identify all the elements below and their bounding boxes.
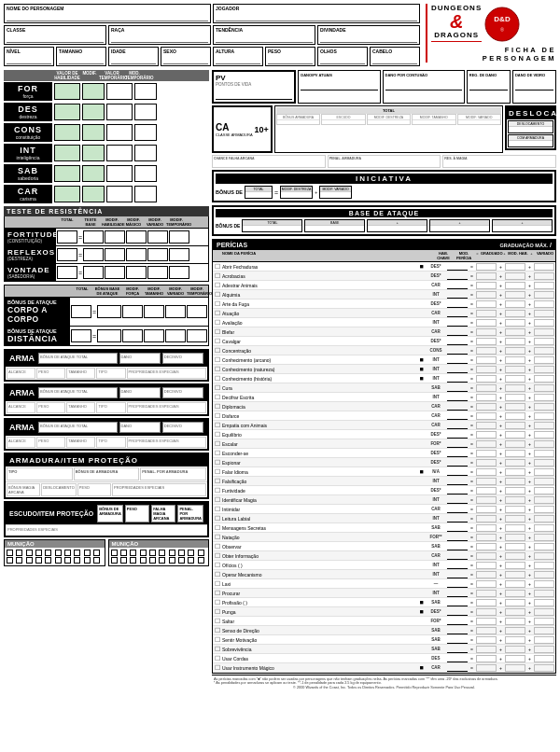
weapon-3-decisivo-box[interactable]: DECISIVO — [162, 422, 203, 433]
weapon-3-prop[interactable]: PROPRIEDADES ESPECIAIS — [127, 437, 206, 448]
skill-checkbox[interactable]: ☐ — [213, 543, 221, 550]
skill-var-box[interactable] — [534, 300, 554, 308]
skill-grad-box[interactable] — [476, 394, 497, 401]
skill-mod-box[interactable] — [447, 300, 468, 308]
ability-des-valor[interactable] — [54, 104, 80, 120]
skill-checkbox[interactable]: ☐ — [213, 515, 221, 522]
skill-hab-box[interactable] — [505, 282, 525, 289]
skill-var-box[interactable] — [534, 590, 554, 597]
skill-var-box[interactable] — [534, 356, 554, 364]
bab-box-4[interactable]: + — [429, 219, 490, 232]
weapon-2-peso[interactable]: PESO — [36, 402, 65, 413]
ammo-cell[interactable] — [178, 550, 185, 556]
skill-hab-box[interactable] — [505, 272, 525, 280]
ammo-cell[interactable] — [74, 557, 80, 564]
skill-mod-box[interactable] — [447, 263, 468, 271]
reflexos-temp[interactable] — [169, 248, 189, 261]
skill-grad-box[interactable] — [476, 524, 497, 532]
sexo-value[interactable] — [163, 55, 208, 64]
reflexos-hab[interactable] — [105, 248, 125, 261]
ammo-cell[interactable] — [178, 557, 185, 564]
ammo-cell[interactable] — [111, 550, 118, 556]
skill-grad-box[interactable] — [476, 627, 497, 634]
skill-checkbox[interactable]: ☐ — [213, 580, 221, 588]
ability-des-modtemp[interactable] — [134, 104, 157, 120]
bab-box-2[interactable]: BASE — [304, 219, 365, 232]
skill-var-box[interactable] — [534, 403, 554, 411]
ammo-cell[interactable] — [35, 557, 42, 564]
skill-grad-box[interactable] — [476, 338, 497, 345]
skill-checkbox[interactable]: ☐ — [213, 524, 221, 532]
ca-mod-tam[interactable]: MODIF. TAMANHO — [412, 114, 455, 125]
skill-var-box[interactable] — [534, 552, 554, 560]
corpo-total[interactable] — [71, 305, 91, 318]
vontade-hab[interactable] — [105, 266, 125, 279]
tamanho-value[interactable] — [59, 55, 104, 64]
ammo-cell[interactable] — [169, 557, 175, 564]
fortitude-temp[interactable] — [169, 230, 189, 244]
skill-hab-box[interactable] — [505, 655, 525, 662]
skill-var-box[interactable] — [534, 338, 554, 345]
res-magia[interactable]: RES. À MAGIA — [442, 155, 556, 168]
ammo-cell[interactable] — [159, 550, 165, 556]
skill-var-box[interactable] — [534, 515, 554, 522]
skill-checkbox[interactable]: ☐ — [213, 496, 221, 504]
ammo-cell[interactable] — [26, 550, 33, 556]
skill-hab-box[interactable] — [505, 450, 525, 457]
skill-checkbox[interactable]: ☐ — [213, 552, 221, 560]
skill-hab-box[interactable] — [505, 515, 525, 522]
skill-mod-box[interactable] — [447, 366, 468, 373]
skill-mod-box[interactable] — [447, 655, 468, 662]
shield-falha[interactable]: FALHA MAGIA ARCANA — [151, 505, 175, 522]
skill-var-box[interactable] — [534, 431, 554, 439]
skill-hab-box[interactable] — [505, 590, 525, 597]
skill-hab-box[interactable] — [505, 384, 525, 392]
ammo-cell[interactable] — [7, 557, 13, 564]
skill-grad-box[interactable] — [476, 328, 497, 336]
skill-hab-box[interactable] — [505, 459, 525, 467]
skill-checkbox[interactable]: ☐ — [213, 646, 221, 653]
weapon-2-bonus-box[interactable]: BÔNUS DE ATAQUE TOTAL — [38, 387, 118, 398]
chance-falha[interactable]: CHANCE FALHA ARCANA — [212, 155, 326, 168]
skill-mod-box[interactable] — [447, 328, 468, 336]
fortitude-mag[interactable] — [126, 230, 147, 244]
skill-mod-box[interactable] — [447, 310, 468, 317]
skill-hab-box[interactable] — [505, 310, 525, 317]
skill-mod-box[interactable] — [447, 291, 468, 299]
skill-hab-box[interactable] — [505, 263, 525, 271]
ammo-cell[interactable] — [35, 550, 42, 556]
skill-var-box[interactable] — [534, 291, 554, 299]
skill-checkbox[interactable]: ☐ — [213, 590, 221, 597]
skill-mod-box[interactable] — [447, 562, 468, 569]
ammo-cell[interactable] — [188, 550, 194, 556]
skill-hab-box[interactable] — [505, 524, 525, 532]
weapon-3-peso[interactable]: PESO — [36, 437, 65, 448]
ammo-cell[interactable] — [198, 557, 204, 564]
skill-checkbox[interactable]: ☐ — [213, 300, 221, 308]
skill-checkbox[interactable]: ☐ — [213, 403, 221, 411]
classe-value[interactable] — [7, 34, 104, 43]
armor-prop[interactable]: PROPRIEDADES ESPECIAIS — [112, 483, 206, 496]
skill-var-box[interactable] — [534, 646, 554, 653]
dano-vidro-value[interactable] — [515, 77, 553, 91]
skill-var-box[interactable] — [534, 580, 554, 588]
skill-mod-box[interactable] — [447, 347, 468, 355]
corpo-forca[interactable] — [122, 305, 143, 318]
skill-mod-box[interactable] — [447, 599, 468, 606]
distancia-temp[interactable] — [187, 329, 207, 342]
skill-var-box[interactable] — [534, 328, 554, 336]
skill-var-box[interactable] — [534, 310, 554, 317]
skill-checkbox[interactable]: ☐ — [213, 459, 221, 467]
skill-checkbox[interactable]: ☐ — [213, 664, 221, 672]
skill-grad-box[interactable] — [476, 608, 497, 616]
shield-bonus[interactable]: BÔNUS DE ARMADURA — [97, 505, 123, 522]
ammo-cell[interactable] — [140, 550, 147, 556]
skill-checkbox[interactable]: ☐ — [213, 618, 221, 625]
skill-mod-box[interactable] — [447, 450, 468, 457]
skill-hab-box[interactable] — [505, 356, 525, 364]
weapon-3-alcance[interactable]: ALCANCE — [7, 437, 35, 448]
ability-cons-mod[interactable] — [82, 124, 105, 141]
skill-var-box[interactable] — [534, 263, 554, 271]
skill-mod-box[interactable] — [447, 487, 468, 494]
skill-grad-box[interactable] — [476, 618, 497, 625]
